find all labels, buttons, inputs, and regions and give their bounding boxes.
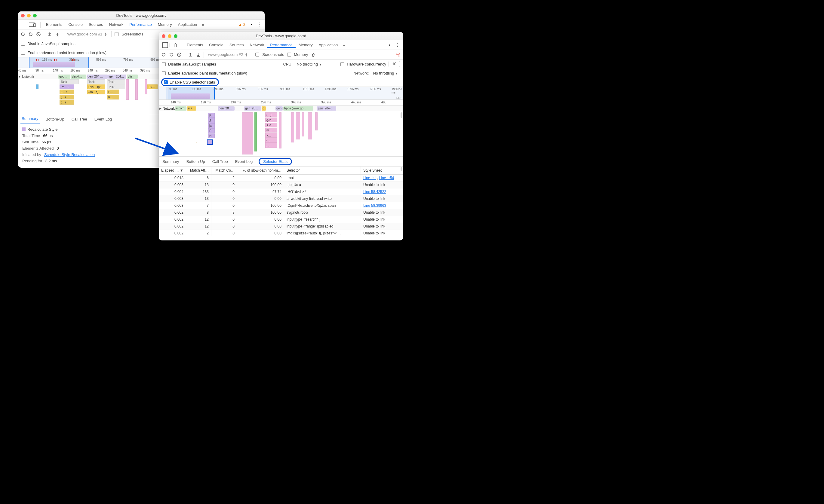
tab-sources[interactable]: Sources <box>86 22 106 27</box>
col-header[interactable]: Style Sheet <box>361 166 403 174</box>
zoom-icon[interactable] <box>174 34 178 38</box>
tab-sources[interactable]: Sources <box>226 43 247 47</box>
disable-js-checkbox[interactable] <box>162 62 166 66</box>
hw-concurrency-input[interactable] <box>389 61 400 67</box>
net-bar[interactable]: gen_204 … <box>87 75 108 79</box>
table-row[interactable]: 0.002200.00img:is([sizes="auto" i], [siz… <box>159 230 403 237</box>
time-ruler[interactable]: 146 ms196 ms246 ms296 ms346 ms396 ms446 … <box>159 100 403 106</box>
reload-record-icon[interactable] <box>28 32 33 37</box>
tab-network[interactable]: Network <box>247 43 267 47</box>
initiated-link[interactable]: Schedule Style Recalculation <box>44 152 95 157</box>
settings-icon[interactable] <box>249 22 254 27</box>
table-row[interactable]: 0.005130100.00.gb_Uc aUnable to link <box>159 181 403 188</box>
timeline-overview[interactable]: CPU NET 96 ms196 ms396 ms596 ms796 ms996… <box>159 87 403 100</box>
net-bar[interactable]: gen_204… <box>108 75 126 79</box>
titlebar[interactable]: DevTools - www.google.com/ <box>18 11 265 20</box>
perf-toolbar: www.google.com #2▲▼ Screenshots Memory <box>159 50 403 59</box>
tab-memory[interactable]: Memory <box>155 22 175 27</box>
detail-tab-bottom-up[interactable]: Bottom-Up <box>44 117 66 121</box>
detail-tab-call-tree[interactable]: Call Tree <box>211 159 229 164</box>
upload-icon[interactable] <box>188 52 193 57</box>
memory-checkbox[interactable] <box>287 52 291 56</box>
network-throttle-select[interactable]: No throttling ▼ <box>371 71 400 76</box>
download-icon[interactable] <box>196 52 201 57</box>
net-bar[interactable]: goo… <box>58 75 70 79</box>
table-row[interactable]: 0.018620.00:rootLine 1:1 , Line 1:54 <box>159 174 403 181</box>
tab-application[interactable]: Application <box>316 43 341 47</box>
table-row[interactable]: 0.0031300.00a:-webkit-any-link:read-writ… <box>159 195 403 202</box>
tab-elements[interactable]: Elements <box>43 22 65 27</box>
detail-tab-selector-stats[interactable]: Selector Stats <box>259 158 292 165</box>
more-tabs-icon[interactable]: » <box>202 22 204 27</box>
inspect-icon[interactable] <box>22 22 27 27</box>
paint-checkbox[interactable] <box>21 51 25 55</box>
detail-tab-summary[interactable]: Summary <box>161 159 181 164</box>
stylesheet-link[interactable]: Line 1:54 <box>379 176 394 180</box>
titlebar[interactable]: DevTools - www.google.com/ <box>159 32 403 40</box>
detail-tab-event-log[interactable]: Event Log <box>234 159 254 164</box>
tab-application[interactable]: Application <box>175 22 200 27</box>
disable-js-checkbox[interactable] <box>21 42 25 46</box>
css-selector-stats-toggle[interactable]: Enable CSS selector stats <box>161 78 219 86</box>
col-header[interactable]: % of slow-path non-m… <box>237 166 284 174</box>
upload-icon[interactable] <box>47 32 52 37</box>
cpu-throttle-select[interactable]: No throttling ▼ <box>295 62 324 67</box>
clear-icon[interactable] <box>36 32 41 37</box>
screenshots-checkbox[interactable] <box>115 32 118 36</box>
device-toggle-icon[interactable] <box>29 22 35 27</box>
more-tabs-icon[interactable]: » <box>342 43 345 47</box>
table-row[interactable]: 0.0021200.00input[type="range" i]:disabl… <box>159 223 403 230</box>
net-bar[interactable]: clie… <box>127 75 138 79</box>
tab-elements[interactable]: Elements <box>184 43 206 47</box>
minimize-icon[interactable] <box>27 14 31 17</box>
stylesheet-link[interactable]: Line 58:39963 <box>363 204 386 208</box>
zoom-icon[interactable] <box>33 14 37 17</box>
network-track[interactable]: ▶Network e.com m=… gen_20… gen_20… c gen… <box>159 106 403 111</box>
tab-console[interactable]: Console <box>65 22 86 27</box>
download-icon[interactable] <box>55 32 60 37</box>
warning-badge[interactable]: ▲ 2 <box>238 22 245 27</box>
stylesheet-link[interactable]: Line 1:1 <box>363 176 376 180</box>
recording-select[interactable]: www.google.com #2▲▼ <box>207 52 249 57</box>
tab-performance[interactable]: Performance <box>267 43 295 48</box>
hw-concurrency-checkbox[interactable] <box>340 62 344 66</box>
css-stats-checkbox[interactable] <box>164 80 168 84</box>
tab-memory[interactable]: Memory <box>296 43 316 47</box>
kebab-icon[interactable]: ⋮ <box>257 22 262 27</box>
record-icon[interactable] <box>161 52 166 57</box>
screenshots-checkbox[interactable] <box>255 52 259 56</box>
detail-tab-event-log[interactable]: Event Log <box>93 117 113 121</box>
detail-tab-bottom-up[interactable]: Bottom-Up <box>185 159 206 164</box>
tab-network[interactable]: Network <box>106 22 127 27</box>
gc-icon[interactable] <box>311 52 316 57</box>
close-icon[interactable] <box>162 34 166 38</box>
col-header[interactable]: Match Att… <box>186 166 211 174</box>
settings-icon[interactable] <box>387 43 392 47</box>
net-bar[interactable]: deskt… <box>71 75 86 79</box>
clear-icon[interactable] <box>177 52 182 57</box>
stylesheet-link[interactable]: Line 58:42522 <box>363 190 386 194</box>
capture-settings-icon[interactable] <box>396 52 401 57</box>
inspect-icon[interactable] <box>163 42 168 48</box>
col-header[interactable]: Elapsed … ▼ <box>159 166 186 174</box>
table-row[interactable]: 0.0021200.00input[type="search" i]Unable… <box>159 216 403 223</box>
table-row[interactable]: 0.00370100.00.CqmPRe:active .oXqZxc span… <box>159 202 403 209</box>
flame-chart[interactable]: K J ja F H (…) gJa sJa m… v… (… … <box>159 111 403 156</box>
kebab-icon[interactable]: ⋮ <box>395 42 400 48</box>
detail-tab-summary[interactable]: Summary <box>20 114 40 124</box>
device-toggle-icon[interactable] <box>170 43 176 47</box>
paint-checkbox[interactable] <box>162 71 166 75</box>
reload-record-icon[interactable] <box>169 52 174 57</box>
selector-stats-table[interactable]: Elapsed … ▼Match Att…Match Co…% of slow-… <box>159 166 403 236</box>
tab-console[interactable]: Console <box>206 43 226 47</box>
minimize-icon[interactable] <box>168 34 172 38</box>
tab-performance[interactable]: Performance <box>126 22 154 27</box>
close-icon[interactable] <box>21 14 25 17</box>
record-icon[interactable] <box>20 32 25 37</box>
recording-select[interactable]: www.google.com #1▲▼ <box>66 32 108 36</box>
col-header[interactable]: Match Co… <box>211 166 237 174</box>
col-header[interactable]: Selector <box>284 166 360 174</box>
table-row[interactable]: 0.00288100.00svg:not(:root)Unable to lin… <box>159 209 403 216</box>
detail-tab-call-tree[interactable]: Call Tree <box>70 117 88 121</box>
table-row[interactable]: 0.004133097.74.HG1dvd > *Line 58:42522 <box>159 188 403 195</box>
